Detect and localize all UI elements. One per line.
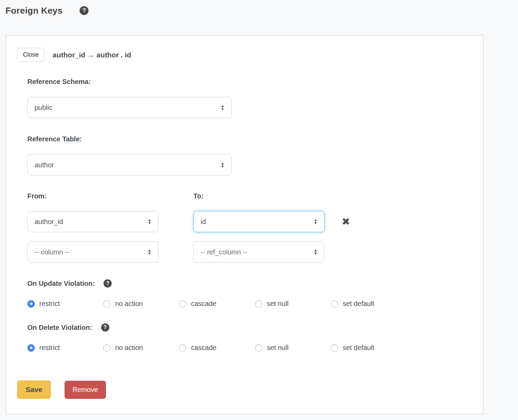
on-update-violation-header: On Update Violation: ? — [27, 279, 472, 288]
radio-label: set default — [343, 300, 374, 308]
select-spinner-icon: ▲▼ — [148, 249, 151, 255]
remove-column-pair: ✖ — [342, 211, 350, 232]
radio-unselected-icon[interactable] — [255, 300, 262, 308]
radio-label: no action — [115, 300, 143, 308]
radio-label: set null — [267, 300, 288, 308]
radio-unselected-icon[interactable] — [331, 344, 338, 352]
radio-selected-icon[interactable] — [27, 300, 35, 308]
from-column-value: author_id — [35, 218, 63, 226]
to-column-select[interactable]: id ▲▼ — [193, 211, 325, 232]
remove-button[interactable]: Remove — [65, 381, 106, 399]
delete-radio-set-default[interactable]: set default — [331, 344, 407, 352]
select-spinner-icon: ▲▼ — [314, 219, 317, 225]
radio-label: cascade — [191, 300, 217, 308]
radio-label: restrict — [39, 300, 60, 308]
reference-table-value: author — [35, 161, 54, 169]
to-ref-column-placeholder-select[interactable]: -- ref_column -- ▲▼ — [193, 241, 325, 263]
from-column-placeholder: -- column -- — [35, 248, 69, 256]
select-spinner-icon: ▲▼ — [221, 162, 224, 168]
radio-unselected-icon[interactable] — [103, 300, 111, 308]
to-column: To: id ▲▼ -- ref_column -- ▲▼ — [193, 192, 325, 263]
from-label: From: — [27, 192, 193, 200]
page-header: Foreign Keys ? — [0, 0, 518, 16]
radio-unselected-icon[interactable] — [179, 344, 187, 352]
radio-label: set default — [343, 344, 374, 352]
reference-schema-label: Reference Schema: — [27, 78, 91, 86]
foreign-keys-help-icon[interactable]: ? — [80, 6, 88, 15]
update-radio-set-default[interactable]: set default — [331, 300, 407, 308]
from-column-placeholder-select[interactable]: -- column -- ▲▼ — [27, 241, 159, 263]
reference-table-select[interactable]: author ▲▼ — [27, 154, 232, 176]
delete-radio-set-null[interactable]: set null — [255, 344, 331, 352]
on-delete-radio-group: restrict no action cascade set null set … — [27, 344, 472, 352]
update-radio-cascade[interactable]: cascade — [179, 300, 255, 308]
on-delete-violation-label: On Delete Violation: — [27, 323, 92, 332]
delete-radio-no-action[interactable]: no action — [103, 344, 179, 352]
on-delete-help-icon[interactable]: ? — [101, 323, 109, 332]
radio-unselected-icon[interactable] — [103, 344, 111, 352]
radio-unselected-icon[interactable] — [179, 300, 187, 308]
foreign-key-form: Reference Schema: public ▲▼ Reference Ta… — [27, 78, 472, 352]
delete-radio-restrict[interactable]: restrict — [27, 344, 103, 352]
select-spinner-icon: ▲▼ — [221, 104, 224, 111]
on-update-radio-group: restrict no action cascade set null set … — [27, 300, 472, 308]
radio-selected-icon[interactable] — [27, 344, 35, 352]
foreign-key-heading: author_id → author . id — [53, 51, 131, 59]
radio-label: set null — [267, 344, 288, 352]
page-title: Foreign Keys — [5, 5, 63, 16]
reference-schema-select[interactable]: public ▲▼ — [27, 97, 232, 118]
radio-label: restrict — [39, 344, 60, 352]
reference-table-label: Reference Table: — [27, 135, 82, 143]
delete-radio-cascade[interactable]: cascade — [179, 344, 255, 352]
on-delete-violation-header: On Delete Violation: ? — [27, 323, 472, 332]
update-radio-restrict[interactable]: restrict — [27, 300, 103, 308]
from-column: From: author_id ▲▼ -- column -- ▲▼ — [27, 192, 193, 263]
foreign-key-editor-panel: Close author_id → author . id Reference … — [6, 35, 483, 414]
select-spinner-icon: ▲▼ — [314, 249, 317, 255]
close-button[interactable]: Close — [17, 48, 44, 62]
to-label: To: — [193, 192, 325, 200]
from-to-grid: From: author_id ▲▼ -- column -- ▲▼ To: — [27, 192, 472, 263]
to-column-value: id — [201, 218, 206, 226]
action-buttons-row: Save Remove — [17, 380, 472, 399]
reference-schema-value: public — [35, 104, 52, 112]
radio-unselected-icon[interactable] — [331, 300, 338, 308]
save-button[interactable]: Save — [17, 380, 51, 399]
select-spinner-icon: ▲▼ — [148, 219, 151, 225]
editor-header-row: Close author_id → author . id — [17, 48, 472, 62]
remove-column-pair-icon[interactable]: ✖ — [342, 217, 350, 227]
update-radio-no-action[interactable]: no action — [103, 300, 179, 308]
radio-unselected-icon[interactable] — [255, 344, 262, 352]
from-column-select[interactable]: author_id ▲▼ — [27, 211, 159, 232]
update-radio-set-null[interactable]: set null — [255, 300, 331, 308]
radio-label: no action — [115, 344, 143, 352]
on-update-help-icon[interactable]: ? — [104, 279, 112, 288]
to-ref-column-placeholder: -- ref_column -- — [201, 248, 247, 256]
radio-label: cascade — [191, 344, 217, 352]
on-update-violation-label: On Update Violation: — [27, 279, 95, 288]
